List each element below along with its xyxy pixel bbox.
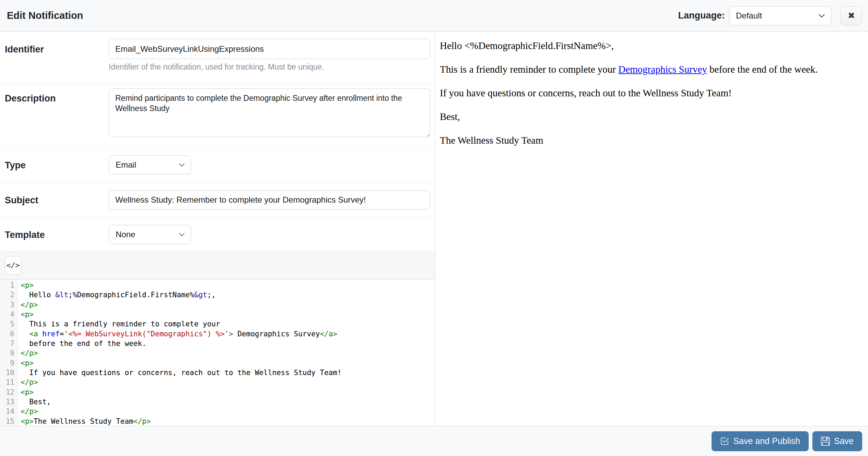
code-line[interactable]: <p>The Wellness Study Team</p> [21, 417, 435, 426]
chevron-down-icon [818, 12, 825, 20]
email-preview-panel: Hello <%DemographicField.FirstName%>,Thi… [435, 32, 868, 426]
line-number: 10 [0, 368, 17, 377]
floppy-save-icon [821, 437, 830, 446]
save-and-publish-label: Save and Publish [733, 436, 800, 446]
identifier-input[interactable] [109, 39, 430, 59]
code-line[interactable]: </p> [21, 407, 435, 416]
close-button[interactable]: ✖ [841, 6, 862, 25]
description-row: Description Remind participants to compl… [0, 84, 435, 149]
editor-toolbar: </> [0, 251, 435, 279]
preview-body: Hello <%DemographicField.FirstName%>,Thi… [440, 39, 861, 147]
code-line[interactable]: <p> [21, 310, 435, 319]
code-icon: </> [6, 261, 20, 269]
close-icon: ✖ [848, 11, 855, 21]
line-number: 4 [0, 310, 17, 319]
line-number: 14 [0, 407, 17, 416]
line-number: 8 [0, 348, 17, 358]
check-square-icon [720, 437, 729, 446]
type-select[interactable]: Email [109, 155, 191, 175]
template-row: Template None [0, 218, 435, 251]
description-textarea[interactable]: Remind participants to complete the Demo… [109, 88, 430, 137]
editor-gutter: 123456789101112131415 [0, 279, 18, 426]
identifier-help-text: Identifier of the notification, used for… [109, 62, 430, 72]
code-line[interactable]: before the end of the week. [21, 339, 435, 348]
identifier-label: Identifier [5, 32, 109, 84]
type-select-value: Email [116, 160, 136, 170]
main-content: Identifier Identifier of the notificatio… [0, 32, 868, 426]
code-line[interactable]: If you have questions or concerns, reach… [21, 368, 435, 377]
preview-paragraph: The Wellness Study Team [440, 134, 861, 147]
editor-code[interactable]: <p> Hello &lt;%DemographicField.FirstNam… [18, 279, 435, 426]
chevron-down-icon [178, 161, 185, 168]
description-label: Description [5, 84, 109, 149]
subject-input[interactable] [109, 190, 430, 209]
preview-survey-link[interactable]: Demographics Survey [618, 64, 707, 75]
subject-row: Subject [0, 182, 435, 218]
code-line[interactable]: Best, [21, 397, 435, 407]
save-button[interactable]: Save [812, 431, 862, 451]
header: Edit Notification Language: Default ✖ [0, 0, 868, 32]
code-line[interactable]: <a href='<%= WebSurveyLink("Demographics… [21, 329, 435, 339]
code-line[interactable]: </p> [21, 377, 435, 387]
code-line[interactable]: This is a friendly reminder to complete … [21, 319, 435, 329]
template-select[interactable]: None [109, 225, 191, 244]
save-and-publish-button[interactable]: Save and Publish [712, 431, 809, 451]
template-select-value: None [116, 230, 135, 239]
preview-paragraph: This is a friendly reminder to complete … [440, 63, 861, 76]
code-line[interactable]: </p> [21, 348, 435, 358]
line-number: 9 [0, 358, 17, 368]
identifier-row: Identifier Identifier of the notificatio… [0, 32, 435, 84]
preview-paragraph: If you have questions or concerns, reach… [440, 86, 861, 99]
subject-label: Subject [5, 182, 109, 217]
line-number: 12 [0, 387, 17, 397]
line-number: 11 [0, 377, 17, 387]
code-line[interactable]: Hello &lt;%DemographicField.FirstName%&g… [21, 290, 435, 300]
html-code-editor[interactable]: 123456789101112131415 <p> Hello &lt;%Dem… [0, 279, 435, 426]
preview-paragraph: Best, [440, 110, 861, 123]
preview-paragraph: Hello <%DemographicField.FirstName%>, [440, 39, 861, 52]
language-select-value: Default [736, 11, 762, 21]
save-label: Save [834, 436, 854, 446]
language-select[interactable]: Default [729, 6, 831, 25]
code-line[interactable]: <p> [21, 280, 435, 290]
code-mode-button[interactable]: </> [5, 256, 21, 275]
code-line[interactable]: </p> [21, 300, 435, 310]
line-number: 2 [0, 290, 17, 300]
line-number: 6 [0, 329, 17, 339]
code-line[interactable]: <p> [21, 358, 435, 368]
line-number: 7 [0, 339, 17, 348]
language-label: Language: [678, 10, 725, 21]
code-line[interactable]: <p> [21, 387, 435, 397]
footer: Save and Publish Save [0, 426, 868, 456]
line-number: 5 [0, 319, 17, 329]
line-number: 1 [0, 280, 17, 290]
type-row: Type Email [0, 149, 435, 182]
line-number: 15 [0, 417, 17, 426]
line-number: 3 [0, 300, 17, 310]
page-title: Edit Notification [7, 10, 83, 21]
notification-form-panel: Identifier Identifier of the notificatio… [0, 32, 435, 426]
edit-notification-dialog: Edit Notification Language: Default ✖ Id… [0, 0, 868, 456]
type-label: Type [5, 149, 109, 182]
line-number: 13 [0, 397, 17, 407]
chevron-down-icon [178, 231, 185, 238]
header-controls: Language: Default ✖ [678, 6, 862, 25]
template-label: Template [5, 218, 109, 251]
